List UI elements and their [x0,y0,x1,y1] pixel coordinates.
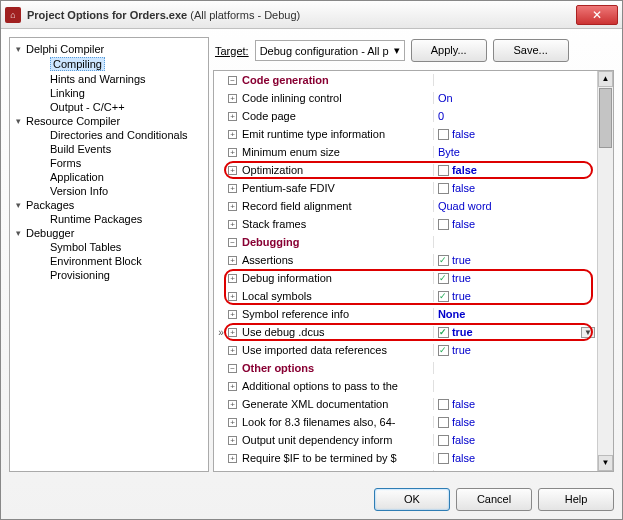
option-value[interactable]: ✓true [434,272,597,284]
option-value[interactable]: Quad word [434,200,597,212]
option-row[interactable]: +Code inlining controlOn [214,89,597,107]
option-row[interactable]: +Look for 8.3 filenames also, 64-false [214,413,597,431]
option-row[interactable]: +Generate XML documentationfalse [214,395,597,413]
expand-icon[interactable]: + [228,93,240,103]
option-row[interactable]: +Output unit dependency informfalse [214,431,597,449]
expand-icon[interactable]: + [228,165,240,175]
save-button[interactable]: Save... [493,39,569,62]
cancel-button[interactable]: Cancel [456,488,532,511]
grid-body[interactable]: −Code generation+Code inlining controlOn… [214,71,597,471]
checkbox[interactable] [438,399,449,410]
option-value[interactable]: On [434,92,597,104]
option-value[interactable]: Byte [434,146,597,158]
expand-icon[interactable]: + [228,399,240,409]
option-value[interactable]: ✓true [434,290,597,302]
option-value[interactable]: ✓true▼ [434,326,597,338]
option-value[interactable]: false [434,398,597,410]
option-value[interactable]: false [434,164,597,176]
expand-icon[interactable]: + [228,345,240,355]
tree-item[interactable]: Application [12,170,206,184]
nav-tree[interactable]: ▾Delphi CompilerCompilingHints and Warni… [9,37,209,472]
checkbox[interactable] [438,453,449,464]
option-row[interactable]: +Additional options to pass to the [214,377,597,395]
category-row[interactable]: −Runtime errors [214,467,597,471]
checkbox[interactable] [438,417,449,428]
checkbox[interactable]: ✓ [438,327,449,338]
option-row[interactable]: +Use imported data references✓true [214,341,597,359]
option-value[interactable]: false [434,416,597,428]
option-value[interactable]: ✓true [434,254,597,266]
apply-button[interactable]: Apply... [411,39,487,62]
option-row[interactable]: »+Use debug .dcus✓true▼ [214,323,597,341]
expand-icon[interactable]: + [228,183,240,193]
expand-icon[interactable]: + [228,201,240,211]
expand-icon[interactable]: + [228,129,240,139]
option-value[interactable]: false [434,452,597,464]
category-row[interactable]: −Code generation [214,71,597,89]
scroll-track[interactable] [598,149,613,455]
expand-icon[interactable]: − [228,75,240,85]
tree-item[interactable]: Linking [12,86,206,100]
ok-button[interactable]: OK [374,488,450,511]
expand-icon[interactable]: + [228,453,240,463]
scroll-thumb[interactable] [599,88,612,148]
checkbox[interactable]: ✓ [438,255,449,266]
option-row[interactable]: +Require $IF to be termined by $false [214,449,597,467]
expand-icon[interactable]: + [228,327,240,337]
option-row[interactable]: +Symbol reference infoNone [214,305,597,323]
expand-icon[interactable]: + [228,309,240,319]
checkbox[interactable] [438,165,449,176]
option-value[interactable]: false [434,218,597,230]
tree-item[interactable]: Environment Block [12,254,206,268]
option-row[interactable]: +Emit runtime type informationfalse [214,125,597,143]
help-button[interactable]: Help [538,488,614,511]
option-value[interactable]: None [434,308,597,320]
expand-icon[interactable]: + [228,273,240,283]
tree-item[interactable]: ▾Delphi Compiler [12,42,206,56]
category-row[interactable]: −Other options [214,359,597,377]
option-row[interactable]: +Local symbols✓true [214,287,597,305]
scroll-down-icon[interactable]: ▼ [598,455,613,471]
option-row[interactable]: +Stack framesfalse [214,215,597,233]
expand-icon[interactable]: − [228,237,240,247]
expand-icon[interactable]: + [228,291,240,301]
option-row[interactable]: +Optimizationfalse [214,161,597,179]
category-row[interactable]: −Debugging [214,233,597,251]
checkbox[interactable]: ✓ [438,345,449,356]
titlebar[interactable]: ⌂ Project Options for Orders.exe (All pl… [1,1,622,29]
checkbox[interactable]: ✓ [438,273,449,284]
tree-item[interactable]: Directories and Conditionals [12,128,206,142]
tree-item[interactable]: Forms [12,156,206,170]
option-row[interactable]: +Debug information✓true [214,269,597,287]
option-value[interactable]: false [434,128,597,140]
option-value[interactable]: 0 [434,110,597,122]
expand-icon[interactable]: + [228,255,240,265]
option-row[interactable]: +Pentium-safe FDIVfalse [214,179,597,197]
expand-icon[interactable]: + [228,219,240,229]
tree-item[interactable]: Hints and Warnings [12,72,206,86]
option-value[interactable]: false [434,182,597,194]
close-button[interactable]: ✕ [576,5,618,25]
tree-item[interactable]: Compiling [12,56,206,72]
tree-item[interactable]: ▾Debugger [12,226,206,240]
expand-icon[interactable]: − [228,363,240,373]
option-value[interactable]: ✓true [434,344,597,356]
expand-icon[interactable]: + [228,111,240,121]
tree-item[interactable]: Runtime Packages [12,212,206,226]
dropdown-icon[interactable]: ▼ [581,327,595,338]
tree-item[interactable]: Provisioning [12,268,206,282]
tree-item[interactable]: Build Events [12,142,206,156]
target-combo[interactable]: Debug configuration - All p ▾ [255,40,405,61]
tree-item[interactable]: Output - C/C++ [12,100,206,114]
checkbox[interactable] [438,219,449,230]
tree-item[interactable]: Symbol Tables [12,240,206,254]
checkbox[interactable] [438,435,449,446]
option-row[interactable]: +Record field alignmentQuad word [214,197,597,215]
tree-item[interactable]: ▾Packages [12,198,206,212]
option-value[interactable]: false [434,434,597,446]
expand-icon[interactable]: + [228,381,240,391]
option-row[interactable]: +Minimum enum sizeByte [214,143,597,161]
option-row[interactable]: +Assertions✓true [214,251,597,269]
expand-icon[interactable]: + [228,435,240,445]
checkbox[interactable] [438,183,449,194]
